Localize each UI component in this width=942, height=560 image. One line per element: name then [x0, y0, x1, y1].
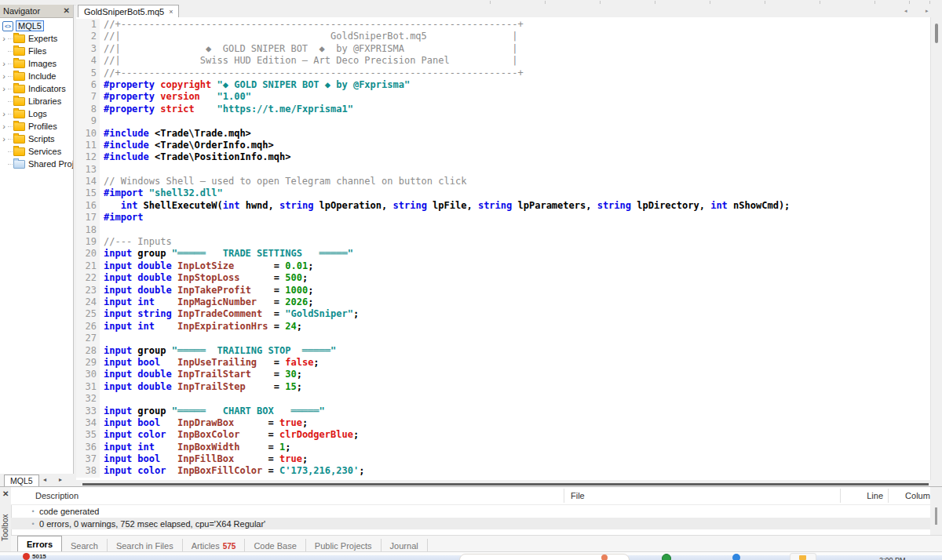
toolbar-button-sliver	[820, 1, 820, 4]
folder-icon	[13, 110, 25, 118]
code-line: 20input group "═════ TRADE SETTINGS ════…	[76, 248, 930, 260]
tree-connector	[8, 64, 13, 64]
tabs-scroll-left-icon[interactable]: ◂	[904, 8, 907, 14]
folder-icon	[13, 160, 25, 169]
navigator-item-label: Services	[28, 147, 61, 156]
navigator-title: Navigator	[3, 6, 64, 16]
code-line: 16 int ShellExecuteW(int hwnd, string lp…	[76, 200, 930, 212]
chevron-right-icon[interactable]: ›	[0, 122, 8, 130]
navigator-item-files[interactable]: Files	[0, 45, 73, 57]
line-number: 8	[76, 104, 100, 115]
line-number: 37	[76, 453, 100, 465]
line-number: 21	[76, 260, 100, 272]
code-line: 19//--- Inputs	[76, 236, 930, 248]
editor-vertical-scrollbar[interactable]	[930, 17, 942, 480]
tree-connector	[8, 114, 13, 115]
code-line: 7#property version "1.00"	[76, 91, 930, 103]
navigator-item-label: Scripts	[28, 134, 55, 144]
line-number: 19	[76, 236, 100, 248]
code-editor[interactable]: 1//+------------------------------------…	[76, 17, 930, 480]
navigator-tree: <>MQL5›ExpertsFiles›Images›Include›Indic…	[0, 18, 73, 170]
folder-icon	[13, 35, 25, 43]
line-number: 18	[76, 224, 100, 236]
code-line: 13	[76, 164, 930, 176]
tree-connector	[8, 126, 13, 127]
tree-connector	[8, 164, 13, 165]
column-file[interactable]: File	[571, 491, 585, 500]
navigator-item-mql5[interactable]: <>MQL5	[0, 20, 73, 32]
toolbox-close-icon[interactable]: ✕	[2, 490, 9, 498]
navigator-item-scripts[interactable]: ›Scripts	[0, 133, 73, 145]
line-number: 30	[76, 369, 100, 380]
line-number: 24	[76, 296, 100, 308]
line-number: 28	[76, 345, 100, 357]
code-line: 22input double InpStopLoss = 500;	[76, 272, 930, 284]
navigator-item-services[interactable]: Services	[0, 145, 73, 158]
chevron-right-icon[interactable]: ›	[0, 135, 8, 143]
line-number: 12	[76, 151, 100, 163]
column-description[interactable]: Description	[35, 491, 78, 500]
editor-tab-label: GoldSniperBot5.mq5	[84, 7, 164, 16]
line-number: 35	[76, 429, 100, 441]
taskbar-app-icon[interactable]	[732, 554, 740, 560]
taskbar-clock: 2:00 PM	[879, 556, 906, 560]
toolbox-tab-label: Public Projects	[315, 541, 372, 551]
navigator-item-include[interactable]: ›Include	[0, 70, 73, 82]
chevron-right-icon[interactable]: ›	[0, 35, 8, 42]
line-number: 4	[76, 55, 100, 67]
line-number: 15	[76, 187, 100, 199]
navigator-item-images[interactable]: ›Images	[0, 57, 73, 70]
line-number: 27	[76, 333, 100, 344]
navigator-item-experts[interactable]: ›Experts	[0, 32, 73, 45]
navigator-item-libraries[interactable]: Libraries	[0, 95, 73, 107]
code-line: 9	[76, 115, 930, 127]
code-line: 15#import "shell32.dll"	[76, 187, 930, 199]
tabs-scroll-right-icon[interactable]: ▸	[926, 8, 929, 14]
column-column[interactable]: Column	[888, 491, 935, 500]
line-number: 2	[76, 31, 100, 42]
navigator-item-label: Images	[28, 59, 57, 68]
toolbox-scrollbar[interactable]	[930, 487, 942, 535]
tab-close-icon[interactable]: ×	[169, 8, 173, 16]
errors-row[interactable]: • 0 errors, 0 warnings, 752 msec elapsed…	[11, 518, 930, 529]
chevron-right-icon[interactable]: ›	[0, 72, 8, 80]
scrollbar-thumb[interactable]	[935, 507, 937, 525]
close-icon[interactable]: ✕	[64, 7, 70, 15]
navigator-item-logs[interactable]: ›Logs	[0, 107, 73, 120]
code-line: 36input int InpBoxWidth = 1;	[76, 442, 930, 453]
navigator-item-shared-projects[interactable]: Shared Projects	[0, 158, 73, 170]
code-line: 23input double InpTakeProfit = 1000;	[76, 285, 930, 296]
line-number: 31	[76, 381, 100, 393]
chevron-right-icon[interactable]: ›	[0, 60, 8, 67]
code-line: 26input int InpExpirationHrs = 24;	[76, 321, 930, 333]
errors-row[interactable]: • code generated	[11, 505, 930, 517]
taskbar-app-icon[interactable]	[601, 555, 608, 560]
toolbox-vertical-label[interactable]: Toolbox	[1, 507, 10, 548]
toolbox-tab-label: Journal	[390, 541, 418, 551]
taskbar-folder-icon[interactable]	[790, 553, 816, 560]
scroll-left-icon[interactable]: ◂	[43, 476, 46, 483]
navigator-tab-mql5[interactable]: MQL5	[4, 475, 39, 486]
navigator-item-profiles[interactable]: ›Profiles	[0, 120, 73, 133]
scroll-right-icon[interactable]: ▸	[59, 476, 62, 483]
editor-horizontal-scrollbar[interactable]	[76, 480, 942, 486]
tree-connector	[8, 101, 13, 102]
chevron-right-icon[interactable]: ›	[0, 110, 8, 118]
scrollbar-thumb[interactable]	[935, 24, 938, 43]
line-number: 32	[76, 393, 100, 405]
toolbox-tab-label: Search in Files	[116, 541, 173, 551]
taskbar-app-icon[interactable]	[662, 554, 671, 560]
tree-connector	[8, 139, 13, 140]
scrollbar-thumb[interactable]	[82, 483, 929, 485]
column-line[interactable]: Line	[840, 491, 883, 500]
tree-connector	[8, 51, 13, 52]
navigator-item-indicators[interactable]: ›Indicators	[0, 82, 73, 95]
code-line: 2//| GoldSniperBot.mq5 |	[76, 31, 930, 42]
code-line: 14// Windows Shell – used to open Telegr…	[76, 176, 930, 187]
toolbox-tab-errors[interactable]: Errors	[17, 536, 62, 553]
line-number: 14	[76, 176, 100, 187]
navigator-item-label: Libraries	[28, 96, 61, 106]
toolbox-tab-label: Errors	[27, 540, 53, 549]
column-divider[interactable]	[564, 489, 564, 503]
chevron-right-icon[interactable]: ›	[0, 85, 8, 93]
